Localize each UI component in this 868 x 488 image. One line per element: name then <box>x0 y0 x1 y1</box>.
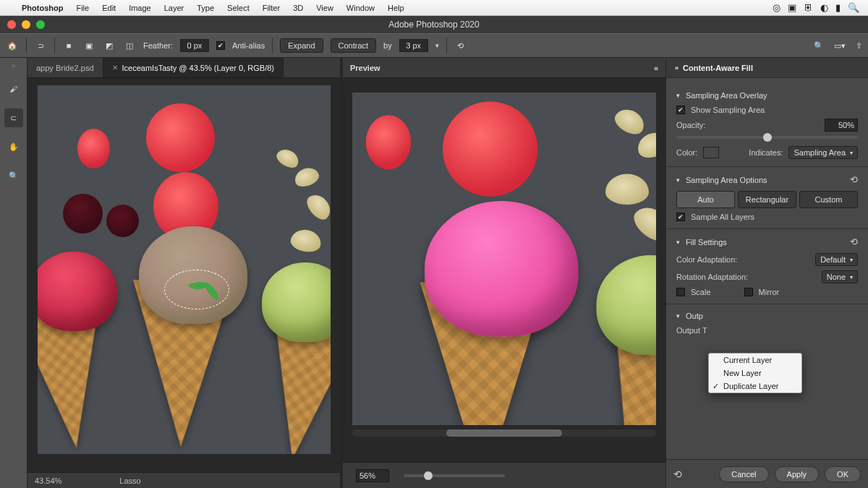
opacity-input[interactable] <box>825 119 858 132</box>
menu-image[interactable]: Image <box>129 4 151 12</box>
menu-select[interactable]: Select <box>227 4 250 12</box>
tab-icecream[interactable]: ✕ IceceamIsTasty @ 43.5% (Layer 0, RGB/8… <box>103 58 284 77</box>
chevron-down-icon[interactable]: ▾ <box>435 42 439 49</box>
document-tabs: appy Bride2.psd ✕ IceceamIsTasty @ 43.5%… <box>27 58 340 78</box>
chevron-down-icon: ▾ <box>676 176 680 184</box>
section-fill-settings[interactable]: ▾ Fill Settings ⟲ <box>676 236 858 247</box>
section-output-settings[interactable]: ▾ Outp <box>676 312 858 320</box>
menu-help[interactable]: Help <box>388 4 404 12</box>
panel-collapse-icon[interactable]: « <box>654 64 658 72</box>
menu-file[interactable]: File <box>76 4 89 12</box>
menu-filter[interactable]: Filter <box>263 4 280 12</box>
menu-item-current-layer[interactable]: Current Layer <box>709 354 801 367</box>
status-box-icon[interactable]: ▣ <box>788 2 796 13</box>
menu-app[interactable]: Photoshop <box>22 4 63 12</box>
window-title: Adobe Photoshop 2020 <box>0 20 868 30</box>
status-bar: 43.54% Lasso <box>27 472 340 488</box>
chevron-down-icon: ▾ <box>676 239 680 246</box>
lasso-tool-icon[interactable]: ⊃ <box>34 39 47 52</box>
search-icon[interactable]: 🔍 <box>848 2 859 13</box>
sampling-color-swatch[interactable] <box>703 147 719 158</box>
mode-rectangular-button[interactable]: Rectangular <box>738 191 796 208</box>
tab-bride[interactable]: appy Bride2.psd <box>27 58 103 77</box>
panel-collapse-icon[interactable]: » <box>675 64 678 72</box>
selection-add-icon[interactable]: ▣ <box>82 39 95 52</box>
close-icon[interactable]: ✕ <box>112 64 118 72</box>
preview-zoom-slider[interactable] <box>404 474 505 477</box>
menu-window[interactable]: Window <box>346 4 375 12</box>
hand-tool-icon[interactable]: ✋ <box>4 137 23 156</box>
moon-icon[interactable]: ◐ <box>820 2 828 13</box>
color-adaptation-dropdown[interactable]: Default▾ <box>815 253 858 266</box>
menu-item-duplicate-layer[interactable]: Duplicate Layer <box>709 380 801 393</box>
reset-icon[interactable]: ⟲ <box>673 468 682 480</box>
selection-new-icon[interactable]: ■ <box>62 39 75 52</box>
mirror-checkbox[interactable] <box>744 288 753 296</box>
cancel-button[interactable]: Cancel <box>719 466 768 482</box>
selection-subtract-icon[interactable]: ◩ <box>103 39 116 52</box>
ok-button[interactable]: OK <box>825 466 861 482</box>
cc-icon[interactable]: ◎ <box>773 2 780 13</box>
menu-edit[interactable]: Edit <box>102 4 116 12</box>
preview-canvas[interactable] <box>352 93 656 425</box>
battery-icon[interactable]: ▮ <box>835 2 841 13</box>
chevron-down-icon: ▾ <box>850 274 853 281</box>
preview-scrollbar[interactable] <box>352 429 656 437</box>
output-to-menu: Current Layer New Layer Duplicate Layer <box>708 353 802 393</box>
status-tool: Lasso <box>119 476 140 485</box>
sampling-color-label: Color: <box>676 148 697 157</box>
scale-checkbox[interactable] <box>676 288 685 296</box>
options-bar: 🏠 ⊃ ■ ▣ ◩ ◫ Feather: ✔ Anti-alias Expand… <box>0 33 868 58</box>
feather-input[interactable] <box>180 39 209 52</box>
document-column: appy Bride2.psd ✕ IceceamIsTasty @ 43.5%… <box>27 58 340 488</box>
menu-view[interactable]: View <box>316 4 333 12</box>
mode-auto-button[interactable]: Auto <box>676 191 735 208</box>
chevron-down-icon: ▾ <box>676 92 680 99</box>
menu-item-new-layer[interactable]: New Layer <box>709 367 801 380</box>
window-titlebar: Adobe Photoshop 2020 <box>0 16 868 33</box>
chevron-down-icon: ▾ <box>676 312 680 320</box>
chevron-down-icon: ▾ <box>850 257 853 263</box>
section-sampling-options[interactable]: ▾ Sampling Area Options ⟲ <box>676 174 858 185</box>
home-icon[interactable]: 🏠 <box>6 39 19 52</box>
opacity-slider[interactable] <box>676 136 858 139</box>
workspace-icon[interactable]: ▭▾ <box>834 41 846 51</box>
brush-tool-icon[interactable]: 🖌 <box>4 80 23 98</box>
menu-layer[interactable]: Layer <box>164 4 184 12</box>
color-adaptation-label: Color Adaptation: <box>676 255 737 264</box>
selection-intersect-icon[interactable]: ◫ <box>123 39 136 52</box>
search-icon[interactable]: 🔍 <box>814 41 824 51</box>
share-icon[interactable]: ⇪ <box>856 41 862 51</box>
menu-3d[interactable]: 3D <box>293 4 303 12</box>
show-sampling-checkbox[interactable]: ✔ <box>676 106 685 114</box>
menu-type[interactable]: Type <box>197 4 214 12</box>
toolbox: » 🖌 ⊂ ✋ 🔍 <box>0 58 27 488</box>
content-aware-fill-panel: » Content-Aware Fill ▾ Sampling Area Ove… <box>665 58 868 488</box>
reset-icon[interactable]: ⟲ <box>850 174 858 185</box>
mode-custom-button[interactable]: Custom <box>799 191 858 208</box>
indicates-dropdown[interactable]: Sampling Area▾ <box>788 146 858 159</box>
toolbox-collapse-icon[interactable]: » <box>12 62 15 69</box>
preview-column: Preview « <box>340 58 665 488</box>
by-input[interactable] <box>399 39 428 52</box>
lasso-tool-icon[interactable]: ⊂ <box>4 108 23 127</box>
preview-zoom-input[interactable] <box>356 469 389 482</box>
reset-icon[interactable]: ⟲ <box>850 236 858 247</box>
document-canvas[interactable] <box>38 85 331 454</box>
status-zoom: 43.54% <box>35 476 61 485</box>
sample-all-layers-checkbox[interactable]: ✔ <box>676 213 685 221</box>
antialias-checkbox[interactable]: ✔ <box>216 41 225 50</box>
sample-all-layers-label: Sample All Layers <box>691 213 754 221</box>
scale-label: Scale <box>691 288 711 296</box>
output-to-label: Output T <box>676 326 707 335</box>
zoom-tool-icon[interactable]: 🔍 <box>4 166 23 185</box>
apply-button[interactable]: Apply <box>775 466 820 482</box>
reset-icon[interactable]: ⟲ <box>454 39 467 52</box>
preview-title: Preview <box>350 64 380 72</box>
shield-icon[interactable]: ⛨ <box>804 2 813 13</box>
expand-button[interactable]: Expand <box>280 38 323 53</box>
rotation-adaptation-dropdown[interactable]: None▾ <box>822 270 858 283</box>
contract-button[interactable]: Contract <box>331 38 377 53</box>
section-sampling-overlay[interactable]: ▾ Sampling Area Overlay <box>676 91 858 100</box>
chevron-down-icon: ▾ <box>850 150 853 156</box>
